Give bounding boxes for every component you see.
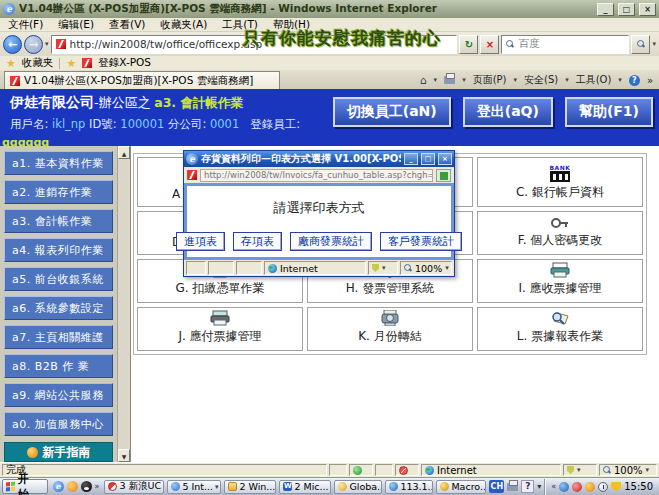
cell-label: I. 應收票據管理 (518, 280, 601, 297)
zoom-control[interactable]: 100% ▾ (400, 261, 452, 275)
more-toolbar-icon[interactable]: » (95, 482, 100, 491)
help-button[interactable]: 幫助(F1) (565, 97, 653, 127)
cell-l-notes-reports[interactable]: L. 票據報表作業 (477, 307, 643, 351)
search-options-dropdown-icon[interactable]: ▾ (652, 40, 656, 48)
menu-file[interactable]: 文件(F) (8, 18, 43, 32)
dialog-close-button[interactable]: × (438, 153, 452, 165)
cell-k-monthly-closing[interactable]: K. 月份轉結 (307, 307, 473, 351)
sidebar-item-a9-public-service[interactable]: a9. 網站公共服務 (4, 383, 113, 407)
search-input[interactable]: 百度 (501, 35, 629, 54)
vendor-invoice-stats-button[interactable]: 廠商發票統計 (290, 232, 372, 251)
logout-button[interactable]: 登出(aQ) (463, 97, 553, 127)
tools-menu[interactable]: 工具(O) (576, 73, 612, 87)
favorites-bar: ★ 收藏夹 ★ 登錄X-POS (0, 56, 659, 70)
stock-table-button[interactable]: 存項表 (233, 232, 282, 251)
print-icon[interactable] (444, 76, 455, 84)
scroll-up-icon[interactable]: ▲ (118, 146, 130, 159)
taskbar-button-microsoft[interactable]: W 2 Mic... ▾ (279, 480, 331, 494)
tools-dropdown-icon[interactable]: ▾ (618, 76, 622, 84)
language-options-icon[interactable]: ▾ (537, 482, 541, 491)
scroll-down-icon[interactable]: ▼ (118, 449, 130, 462)
maximize-button[interactable]: □ (618, 3, 635, 16)
back-icon[interactable]: ← (3, 35, 22, 54)
sidebar-item-a7-homepage-maintain[interactable]: a7. 主頁相關維護 (4, 325, 113, 349)
cell-f-password-change[interactable]: F. 個人密碼更改 (477, 211, 643, 255)
stop-icon[interactable]: × (480, 35, 499, 54)
cell-j-payable-notes[interactable]: J. 應付票據管理 (137, 307, 303, 351)
sidebar-item-a0-value-added[interactable]: a0. 加值服務中心 (4, 412, 113, 436)
taskbar-button-windows[interactable]: 2 Win... ▾ (224, 480, 276, 494)
sidebar-item-a8-b2b[interactable]: a8. B2B 作 業 (4, 354, 113, 378)
forward-icon[interactable]: → (24, 35, 43, 54)
alert-tray-icon[interactable] (585, 482, 595, 492)
safety-menu[interactable]: 安全(S) (524, 73, 558, 87)
customer-invoice-stats-button[interactable]: 客戶發票統計 (380, 232, 462, 251)
messenger-icon[interactable] (67, 481, 78, 492)
taskbar-button-internet[interactable]: 5 Int... ▾ (167, 480, 221, 494)
cell-c-bank-accounts[interactable]: BANK C. 銀行帳戶資料 (477, 157, 643, 207)
clock[interactable]: 15:50 (624, 481, 653, 492)
home-dropdown-icon[interactable]: ▾ (434, 76, 438, 84)
favorite-link-login-xpos[interactable]: 登錄X-POS (98, 56, 151, 70)
protected-mode-indicator[interactable]: ▾ (563, 464, 597, 476)
taskbar-button-macro[interactable]: Macro... (436, 480, 486, 494)
minimize-button[interactable]: _ (597, 3, 614, 16)
sidebar-item-a6-system-params[interactable]: a6. 系統參數設定 (4, 296, 113, 320)
add-favorite-icon[interactable]: ★ (66, 57, 76, 70)
dialog-page-icon[interactable] (436, 169, 451, 182)
ie-icon[interactable]: e (53, 481, 64, 492)
qq-tray-icon[interactable] (572, 482, 582, 492)
cell-i-receivable-notes[interactable]: I. 應收票據管理 (477, 259, 643, 303)
security-shield-icon[interactable] (611, 482, 621, 492)
sidebar-item-a5-pos-frontend[interactable]: a5. 前台收銀系統 (4, 267, 113, 291)
menu-favorites[interactable]: 收藏夹(A) (160, 18, 207, 32)
qq-icon[interactable] (81, 481, 92, 492)
zone-label: Internet (437, 465, 477, 476)
taskbar-button-global[interactable]: Globa... (334, 480, 382, 494)
menu-edit[interactable]: 编辑(E) (58, 18, 94, 32)
address-url[interactable]: http://win2008/tw/office/officexp.asp (70, 38, 263, 50)
start-button[interactable]: 开始 (2, 479, 48, 494)
dialog-maximize-button[interactable]: □ (421, 153, 435, 165)
page-header: 伊娃有限公司-辦公區之 a3. 會計帳作業 用戶名: ikl_np ID號: 1… (0, 89, 659, 146)
taskbar-button-remote[interactable]: 113.1... (385, 480, 433, 494)
taskbar-button-sina-uc[interactable]: 3 新浪UC ▾ (104, 480, 164, 494)
cell-label: K. 月份轉結 (358, 328, 422, 345)
home-icon[interactable]: ⌂ (420, 74, 427, 87)
menu-view[interactable]: 查看(V) (109, 18, 145, 32)
tab-office-area[interactable]: V1.04辦公區(X-POS加盟商)[X-POS 雲端商務網] (4, 71, 280, 89)
switch-employee-button[interactable]: 切換員工(aN) (333, 97, 451, 127)
favorites-label[interactable]: 收藏夹 (22, 56, 54, 70)
close-button[interactable]: × (639, 3, 656, 16)
help-icon[interactable]: ? (629, 75, 640, 86)
zoom-level: 100% (415, 263, 442, 274)
sidebar-item-a2-inventory[interactable]: a2. 進銷存作業 (4, 180, 113, 204)
page-dropdown-icon[interactable]: ▾ (513, 76, 517, 84)
history-dropdown-icon[interactable]: ▾ (45, 40, 49, 48)
sidebar-item-a1-basic-data[interactable]: a1. 基本資料作業 (4, 151, 113, 175)
help-icon[interactable]: ? (521, 480, 534, 493)
purchase-table-button[interactable]: 進項表 (176, 232, 225, 251)
scheduler-tray-icon[interactable] (598, 482, 608, 492)
window-title: V1.04辦公區 (X-POS加盟商)[X-POS 雲端商務網] - Windo… (19, 2, 593, 16)
favorites-star-icon[interactable]: ★ (6, 57, 16, 70)
sidebar-item-a3-accounting[interactable]: a3. 會計帳作業 (4, 209, 113, 233)
sidebar-scrollbar[interactable]: ▲ ▼ (117, 146, 130, 462)
page-menu[interactable]: 页面(P) (473, 73, 507, 87)
dialog-minimize-button[interactable]: _ (404, 153, 418, 165)
zoom-control[interactable]: 100% ▾ (599, 464, 657, 476)
zoom-level: 100% (614, 465, 643, 476)
print-dropdown-icon[interactable]: ▾ (462, 76, 466, 84)
uc-tray-icon[interactable] (559, 482, 569, 492)
sidebar-item-a4-report-print[interactable]: a4. 報表列印作業 (4, 238, 113, 262)
search-go-button[interactable] (631, 35, 650, 54)
language-indicator[interactable]: CH (489, 480, 504, 493)
safety-dropdown-icon[interactable]: ▾ (565, 76, 569, 84)
cell-label: G. 扣繳憑單作業 (176, 280, 265, 297)
protected-mode-indicator[interactable]: ▾ (368, 261, 398, 275)
refresh-icon[interactable]: ↻ (459, 35, 478, 54)
more-commands-icon[interactable]: » (647, 75, 653, 86)
printer-tray-icon[interactable] (507, 483, 518, 491)
newbie-guide-banner[interactable]: 新手指南 (4, 442, 113, 462)
show-hidden-icons[interactable]: « (551, 482, 556, 491)
